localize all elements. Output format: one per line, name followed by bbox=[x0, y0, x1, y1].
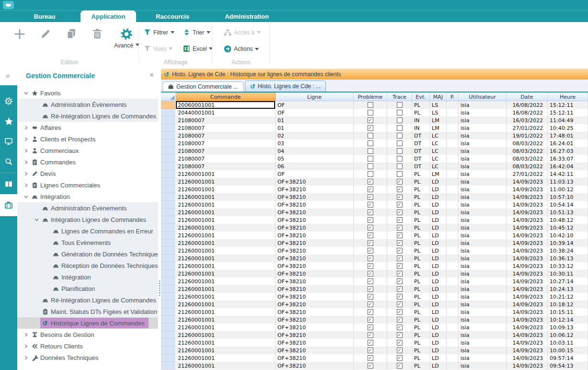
tree-item[interactable]: Commandes bbox=[17, 156, 158, 168]
cell-ligne[interactable]: 03 bbox=[276, 139, 354, 147]
tab-application[interactable]: Application bbox=[81, 11, 136, 23]
cell-utilisateur[interactable]: isia bbox=[459, 208, 507, 216]
cell-heure[interactable]: 15:12:11 bbox=[548, 109, 588, 116]
column-header-maj[interactable]: MAJ bbox=[430, 92, 447, 101]
row-selector[interactable] bbox=[161, 147, 176, 155]
row-selector[interactable] bbox=[161, 285, 176, 293]
cell-heure[interactable]: 10:48:12 bbox=[548, 216, 588, 224]
row-selector[interactable] bbox=[161, 262, 176, 270]
column-header-utilisateur[interactable]: Utilisateur bbox=[459, 92, 507, 101]
cell-probleme[interactable]: ✓ bbox=[354, 324, 387, 331]
checkbox-checked[interactable]: ✓ bbox=[397, 317, 403, 323]
cell-probleme[interactable]: ✓ bbox=[354, 316, 387, 324]
cell-utilisateur[interactable]: isia bbox=[459, 132, 507, 139]
cell-trace[interactable]: ✓ bbox=[387, 316, 412, 324]
cell-trace[interactable]: ✓ bbox=[387, 224, 412, 231]
cell-evt[interactable]: PL bbox=[412, 239, 430, 247]
row-selector[interactable] bbox=[161, 208, 176, 216]
tree-item-chevron[interactable] bbox=[22, 183, 30, 188]
cell-ligne[interactable]: OF+38210 bbox=[276, 331, 354, 339]
checkbox-checked[interactable]: ✓ bbox=[397, 209, 403, 215]
cell-ligne[interactable]: OF+38210 bbox=[276, 308, 354, 316]
cell-trace[interactable] bbox=[387, 101, 412, 109]
checkbox-checked[interactable]: ✓ bbox=[368, 324, 373, 330]
grid-row[interactable]: 21260001001OF+38210✓✓PLLDisia14/09/20231… bbox=[161, 324, 588, 331]
cell-maj[interactable]: LD bbox=[430, 293, 447, 301]
checkbox-unchecked[interactable] bbox=[397, 133, 403, 139]
cell-heure[interactable]: 11:03:13 bbox=[548, 178, 588, 185]
cell-probleme[interactable] bbox=[354, 170, 387, 178]
cell-utilisateur[interactable]: isia bbox=[459, 331, 507, 339]
cell-p[interactable] bbox=[447, 201, 459, 208]
cell-utilisateur[interactable]: isia bbox=[459, 185, 507, 193]
cell-maj[interactable]: LD bbox=[430, 339, 447, 347]
row-selector[interactable] bbox=[161, 101, 176, 109]
cell-heure[interactable]: 09:54:13 bbox=[548, 362, 588, 370]
tab-bureau[interactable]: Bureau bbox=[9, 11, 81, 23]
checkbox-checked[interactable]: ✓ bbox=[397, 217, 403, 223]
cell-p[interactable] bbox=[447, 254, 459, 262]
cell-commande[interactable]: 21080007 bbox=[176, 147, 276, 155]
cell-p[interactable] bbox=[447, 262, 459, 270]
checkbox-unchecked[interactable] bbox=[368, 110, 373, 116]
grid-row[interactable]: 21260001001OF+38210✓✓PLLDisia14/09/20231… bbox=[161, 262, 588, 270]
tree-item-chevron[interactable] bbox=[22, 194, 30, 199]
cell-probleme[interactable] bbox=[354, 162, 387, 170]
cell-maj[interactable]: LD bbox=[430, 354, 447, 362]
cell-evt[interactable]: PL bbox=[412, 293, 430, 301]
row-selector[interactable] bbox=[161, 155, 176, 162]
row-selector[interactable] bbox=[161, 201, 176, 208]
cell-evt[interactable]: PL bbox=[412, 308, 430, 316]
cell-commande[interactable]: 21260001001 bbox=[176, 301, 276, 308]
row-selector[interactable] bbox=[161, 270, 176, 278]
cell-maj[interactable]: LD bbox=[430, 362, 447, 370]
grid-row[interactable]: 21260001001OF+38210✓✓PLLDisia14/09/20231… bbox=[161, 347, 588, 354]
grid-row[interactable]: 21260001001OF+38210✓✓PLLDisia14/09/20231… bbox=[161, 247, 588, 254]
cell-maj[interactable]: LD bbox=[430, 247, 447, 254]
cell-heure[interactable]: 17:48:01 bbox=[548, 132, 588, 139]
checkbox-checked[interactable]: ✓ bbox=[397, 202, 403, 208]
row-selector[interactable] bbox=[161, 354, 176, 362]
cell-maj[interactable]: LD bbox=[430, 278, 447, 285]
cell-date[interactable]: 14/09/2023 bbox=[507, 178, 548, 185]
tree-item-chevron[interactable] bbox=[22, 91, 30, 96]
checkbox-checked[interactable]: ✓ bbox=[368, 240, 373, 246]
checkbox-checked[interactable]: ✓ bbox=[368, 179, 373, 185]
cell-heure[interactable]: 09:57:14 bbox=[548, 354, 588, 362]
rail-item-monitor[interactable] bbox=[0, 131, 17, 151]
checkbox-checked[interactable]: ✓ bbox=[397, 347, 403, 353]
cell-heure[interactable]: 10:42:10 bbox=[548, 231, 588, 239]
checkbox-checked[interactable]: ✓ bbox=[368, 186, 373, 192]
cell-commande[interactable]: 21260001001 bbox=[176, 316, 276, 324]
checkbox-checked[interactable]: ✓ bbox=[368, 194, 373, 200]
cell-commande[interactable]: 21260001001 bbox=[176, 193, 276, 201]
tree-item[interactable]: Besoins de Gestion bbox=[17, 329, 158, 340]
row-selector[interactable] bbox=[161, 109, 176, 116]
cell-date[interactable]: 14/09/2023 bbox=[507, 331, 548, 339]
cell-trace[interactable]: ✓ bbox=[387, 216, 412, 224]
grid-row[interactable]: 2108000701✓INLMisia16/03/202211:04:49 bbox=[161, 116, 588, 124]
cell-maj[interactable]: LD bbox=[430, 224, 447, 231]
cell-ligne[interactable]: OF+38210 bbox=[276, 178, 354, 185]
cell-maj[interactable]: LD bbox=[430, 185, 447, 193]
grid-row[interactable]: 21260001001OF+38210✓✓PLLDisia14/09/20231… bbox=[161, 201, 588, 208]
checkbox-checked[interactable]: ✓ bbox=[397, 225, 403, 231]
cell-date[interactable]: 14/09/2023 bbox=[507, 308, 548, 316]
cell-probleme[interactable]: ✓ bbox=[354, 201, 387, 208]
grid-row[interactable]: 21260001001OF+38210✓✓PLLDisia14/09/20231… bbox=[161, 285, 588, 293]
cell-probleme[interactable]: ✓ bbox=[354, 116, 387, 124]
collapse-panel-icon[interactable]: « bbox=[6, 71, 10, 80]
cell-trace[interactable]: ✓ bbox=[387, 247, 412, 254]
checkbox-checked[interactable]: ✓ bbox=[368, 332, 373, 338]
cell-evt[interactable]: PL bbox=[412, 178, 430, 185]
cell-utilisateur[interactable]: isia bbox=[459, 308, 507, 316]
cell-p[interactable] bbox=[447, 193, 459, 201]
row-selector[interactable] bbox=[161, 254, 176, 262]
cell-maj[interactable]: LD bbox=[430, 301, 447, 308]
cell-trace[interactable]: ✓ bbox=[387, 278, 412, 285]
cell-commande[interactable]: 21260001001 bbox=[176, 331, 276, 339]
rail-item-briefcase[interactable] bbox=[0, 194, 17, 216]
cell-ligne[interactable]: OF+38210 bbox=[276, 193, 354, 201]
tree-item[interactable]: Devis bbox=[17, 168, 158, 179]
checkbox-checked[interactable]: ✓ bbox=[368, 363, 373, 369]
